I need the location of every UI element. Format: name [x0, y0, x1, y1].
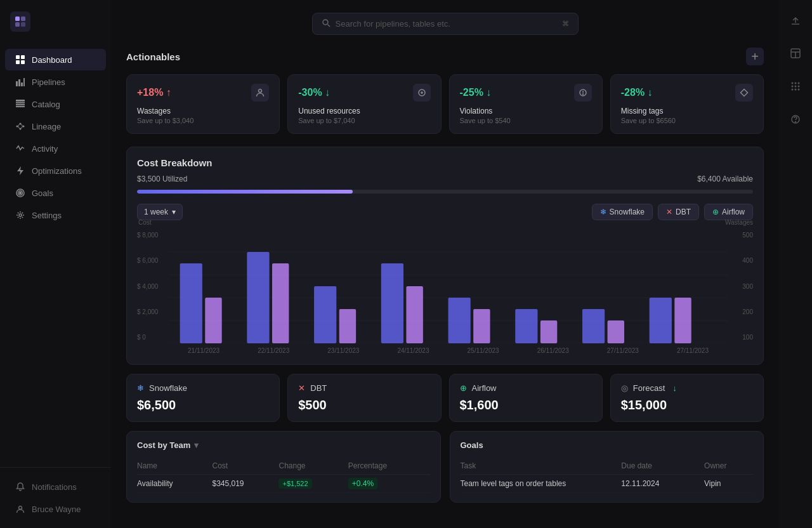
svg-rect-11 — [23, 78, 25, 86]
upload-icon[interactable] — [785, 10, 806, 30]
sidebar-item-label: Dashboard — [32, 55, 72, 65]
svg-line-31 — [327, 25, 330, 27]
svg-rect-52 — [515, 309, 537, 343]
date-label-3: 23/11/2023 — [327, 347, 359, 354]
svg-rect-4 — [16, 55, 20, 59]
tool-cards: ❄ Snowflake $6,500 ✕ DBT $500 ⊕ Airflow … — [126, 374, 764, 422]
row-change: +$1,522 — [278, 475, 348, 493]
col-name: Name — [137, 458, 212, 475]
svg-point-64 — [792, 86, 794, 88]
sidebar-item-label: Bruce Wayne — [32, 505, 81, 514]
svg-point-27 — [20, 192, 22, 194]
grid-icon — [15, 55, 25, 65]
svg-rect-5 — [21, 55, 25, 59]
table-row: Team level tags on order tables 12.11.20… — [461, 475, 754, 493]
svg-rect-51 — [473, 309, 490, 343]
svg-rect-46 — [314, 286, 336, 343]
zap-icon — [15, 166, 25, 176]
svg-point-71 — [796, 122, 796, 122]
main-content: ⌘ Actionables + +18% ↑ Wastages Save up … — [111, 0, 779, 528]
svg-rect-44 — [247, 252, 269, 343]
sidebar-item-profile[interactable]: Bruce Wayne — [5, 498, 106, 520]
sidebar-item-label: Pipelines — [32, 77, 65, 87]
action-card-missing-tags: -28% ↓ Missing tags Save up to $6560 — [610, 74, 764, 134]
svg-point-16 — [16, 126, 18, 128]
svg-line-22 — [22, 124, 23, 127]
svg-point-63 — [798, 82, 800, 84]
sidebar-item-pipelines[interactable]: Pipelines — [5, 71, 106, 93]
week-selector[interactable]: 1 week ▾ — [137, 204, 183, 220]
svg-point-65 — [795, 86, 797, 88]
airflow-filter[interactable]: ⊕ Airflow — [704, 204, 753, 220]
wastages-pct: +18% ↑ — [137, 87, 171, 98]
help-icon[interactable] — [785, 109, 806, 129]
sidebar-item-label: Catalog — [32, 100, 60, 109]
search-icon — [322, 18, 331, 29]
row-pct: +0.4% — [348, 475, 430, 493]
svg-rect-54 — [582, 309, 605, 343]
airflow-icon: ⊕ — [712, 208, 719, 216]
y-axis-left: Cost $ 8,000 $ 6,000 $ 4,000 $ 2,000 $ 0 — [137, 229, 158, 343]
tool-card-airflow: ⊕ Airflow $1,600 — [449, 374, 603, 422]
svg-rect-15 — [16, 106, 25, 107]
snowflake-tool-icon: ❄ — [137, 383, 144, 393]
svg-rect-47 — [339, 309, 356, 343]
dbt-filter[interactable]: ✕ DBT — [658, 204, 699, 220]
action-card-violations: -25% ↓ Violations Save up to $540 — [449, 74, 603, 134]
cost-by-team-table: Name Cost Change Percentage Availability… — [137, 458, 430, 493]
sidebar-item-dashboard[interactable]: Dashboard — [5, 49, 106, 70]
svg-point-61 — [792, 82, 794, 84]
sidebar-item-label: Settings — [32, 211, 62, 220]
svg-point-62 — [795, 82, 797, 84]
sidebar-item-settings[interactable]: Settings — [5, 204, 106, 226]
forecast-tool-icon: ◎ — [621, 383, 628, 393]
sidebar-item-label: Notifications — [32, 482, 77, 492]
svg-rect-13 — [16, 102, 25, 103]
airflow-tool-label: Airflow — [472, 383, 497, 393]
goals-table: Task Due date Owner Team level tags on o… — [461, 458, 754, 493]
airflow-label: Airflow — [722, 208, 745, 216]
sidebar-item-optimizations[interactable]: Optimizations — [5, 160, 106, 182]
chevron-down-icon: ▾ — [172, 208, 176, 216]
dbt-label: DBT — [676, 208, 691, 216]
sidebar-item-label: Activity — [32, 144, 58, 154]
action-card-unused: -30% ↓ Unused resources Save up to $7,04… — [287, 74, 441, 134]
svg-line-20 — [18, 124, 20, 127]
table-view-icon[interactable] — [785, 43, 806, 63]
dbt-tool-icon: ✕ — [298, 383, 305, 393]
violations-sublabel: Save up to $540 — [460, 117, 592, 124]
settings-icon — [15, 210, 25, 220]
sidebar-item-catalog[interactable]: Catalog — [5, 93, 106, 115]
sidebar-item-label: Optimizations — [32, 166, 82, 176]
svg-rect-1 — [21, 16, 25, 21]
unused-icon — [413, 84, 431, 102]
col-pct: Percentage — [348, 458, 430, 475]
sidebar-item-label: Lineage — [32, 122, 61, 131]
goal-due: 12.11.2024 — [621, 475, 704, 493]
sidebar-item-goals[interactable]: Goals — [5, 182, 106, 204]
action-card-wastages: +18% ↑ Wastages Save up to $3,040 — [126, 74, 280, 134]
add-button[interactable]: + — [746, 48, 764, 65]
y-label-cost: Cost — [138, 219, 152, 226]
svg-point-29 — [19, 506, 22, 510]
topbar: ⌘ — [126, 13, 764, 35]
date-label-6: 26/11/2023 — [537, 347, 569, 354]
sidebar-item-lineage[interactable]: Lineage — [5, 116, 106, 137]
svg-point-18 — [20, 128, 22, 130]
nav-bottom: Notifications Bruce Wayne — [0, 467, 111, 528]
sidebar-item-activity[interactable]: Activity — [5, 138, 106, 159]
snowflake-filter[interactable]: ❄ Snowflake — [592, 204, 653, 220]
grid-dots-icon[interactable] — [785, 76, 806, 96]
sidebar-item-notifications[interactable]: Notifications — [5, 476, 106, 498]
snowflake-tool-label: Snowflake — [149, 383, 187, 393]
chevron-down-icon: ▾ — [194, 440, 199, 450]
search-input[interactable] — [336, 19, 557, 29]
svg-point-19 — [23, 126, 25, 128]
sidebar-item-label: Goals — [32, 188, 53, 198]
date-label-4: 24/11/2023 — [397, 347, 429, 354]
actionables-grid: +18% ↑ Wastages Save up to $3,040 -30% ↓ — [126, 74, 764, 134]
date-label-7: 27/11/2023 — [607, 347, 639, 354]
svg-point-32 — [259, 89, 262, 93]
search-bar[interactable]: ⌘ — [312, 13, 579, 35]
wastages-icon — [251, 84, 269, 102]
